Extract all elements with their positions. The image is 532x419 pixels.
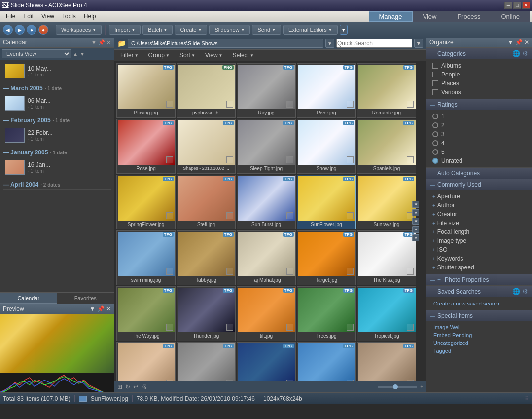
nav-forward-button[interactable]: ▶ [15, 25, 25, 35]
photo-shapes[interactable]: TPG Shapes - 2010.10.02 ... [177, 119, 236, 174]
special-embedpending-link[interactable]: Embed Pending [430, 331, 528, 339]
photo-tabby-select[interactable] [226, 268, 233, 275]
preview-close-button[interactable]: ✕ [106, 305, 111, 312]
categories-manage-button[interactable]: ⚙ [522, 50, 528, 57]
photo-rose[interactable]: TPG Rose.jpg [116, 119, 176, 174]
organize-menu-button[interactable]: ▼ [507, 39, 513, 46]
organize-close-button[interactable]: ✕ [524, 39, 529, 46]
photo-up-select[interactable] [347, 380, 354, 381]
aperture-expand[interactable]: + [432, 194, 435, 199]
ratings-header[interactable]: Ratings [426, 99, 532, 110]
org-focallength[interactable]: + Focal length [430, 228, 528, 236]
photo-rose-select[interactable] [166, 156, 173, 163]
photo-wedding1[interactable]: TPG Wedding 1.jpg [357, 342, 416, 381]
calendar-group-jan-header[interactable]: — January 2005 · 1 date [3, 148, 111, 157]
author-expand[interactable]: + [432, 203, 435, 208]
grid-star-arrow-3[interactable]: ★ [412, 218, 419, 225]
calendar-group-apr2004-header[interactable]: — April 2004 · 2 dates [3, 180, 111, 190]
keywords-expand[interactable]: + [432, 256, 435, 262]
special-imagewell-link[interactable]: Image Well [430, 323, 528, 331]
organize-pin-button[interactable]: 📌 [515, 39, 523, 46]
rating-2-radio[interactable] [432, 122, 438, 128]
people-checkbox[interactable] [432, 72, 438, 77]
menu-edit[interactable]: Edit [19, 12, 37, 21]
menu-help[interactable]: Help [80, 12, 100, 21]
workspaces-dropdown[interactable]: Workspaces [56, 25, 102, 35]
grid-print[interactable]: 🖨 [141, 383, 147, 390]
photo-target-select[interactable] [347, 268, 354, 275]
close-button[interactable]: ✕ [522, 2, 530, 9]
photo-thunder[interactable]: TPG Thunder.jpg [177, 286, 236, 341]
photo-playing-select[interactable] [166, 101, 173, 108]
photo-pspbrwse-select[interactable] [226, 101, 233, 108]
places-checkbox[interactable] [432, 80, 438, 86]
auto-categories-header[interactable]: Auto Categories [426, 168, 532, 179]
org-iso[interactable]: + ISO [430, 245, 528, 254]
imagetype-expand[interactable]: + [432, 238, 435, 244]
tab-process[interactable]: Process [447, 11, 491, 22]
rating-5-radio[interactable] [432, 149, 438, 155]
photo-twins[interactable]: TPG twins.jpg [116, 342, 176, 381]
rating-4-radio[interactable] [432, 140, 438, 146]
grid-nav-refresh[interactable]: ↻ [125, 383, 130, 390]
import-dropdown[interactable]: Import [109, 25, 141, 35]
photo-tajmahal[interactable]: TPG Taj Mahal.jpg [237, 230, 296, 285]
categories-header[interactable]: Categories 🌐 ⚙ [426, 48, 532, 59]
photo-thunder-select[interactable] [226, 324, 233, 331]
path-dropdown-button[interactable]: ▼ [325, 39, 334, 48]
menu-tools[interactable]: Tools [58, 12, 80, 21]
calendar-group-march-header[interactable]: — March 2005 · 1 date [3, 84, 111, 93]
calendar-item-may[interactable]: 10 May... · 1 item [3, 62, 111, 80]
saved-searches-header[interactable]: Saved Searches 🌐 ⚙ [426, 286, 532, 297]
saved-searches-manage-icon[interactable]: ⚙ [522, 288, 528, 295]
grid-star-arrow-1[interactable]: ★ [412, 201, 419, 208]
various-checkbox[interactable] [432, 89, 438, 95]
search-button[interactable]: ▼ [414, 39, 423, 48]
photo-pspbrwse[interactable]: PNG pspbrwse.jbf [177, 63, 236, 118]
photo-snow[interactable]: TPG Snow.jpg [297, 119, 356, 174]
path-input[interactable] [128, 39, 323, 48]
calendar-item-22feb[interactable]: 22 Febr... · 1 item [3, 126, 111, 144]
photo-sunburst[interactable]: TPG Sun Burst.jpg [237, 175, 296, 229]
tab-favorites[interactable]: Favorites [57, 293, 114, 304]
org-imagetype[interactable]: + Image type [430, 236, 528, 245]
grid-star-arrow-5[interactable]: ★ [412, 234, 419, 241]
org-rating-2[interactable]: 2 [430, 121, 528, 130]
preview-pin-button[interactable]: 📌 [97, 305, 105, 312]
tab-calendar[interactable]: Calendar [0, 293, 57, 304]
thumbnail-size-slider[interactable] [378, 386, 417, 388]
photo-sleeptight[interactable]: TPG Sleep Tight.jpg [237, 119, 296, 174]
sort-button[interactable]: Sort [177, 51, 198, 59]
photo-tropical[interactable]: TPG Tropical.jpg [357, 286, 416, 341]
create-dropdown[interactable]: Create [175, 25, 207, 35]
view-button[interactable]: View [202, 51, 226, 59]
more-options-button[interactable]: ▼ [340, 25, 348, 35]
creator-expand[interactable]: + [432, 212, 435, 217]
nav-up-button[interactable]: ● [27, 25, 36, 35]
photo-thekiss-select[interactable] [407, 268, 414, 275]
org-keywords[interactable]: + Keywords [430, 254, 528, 263]
photo-sunburst-select[interactable] [286, 212, 293, 219]
photo-swimming-select[interactable] [166, 268, 173, 275]
tab-online[interactable]: Online [491, 11, 530, 22]
events-view-select[interactable]: Events View [2, 49, 71, 58]
calendar-group-feb-header[interactable]: — February 2005 · 1 date [3, 116, 111, 125]
calendar-nav-down[interactable]: ▼ [80, 51, 85, 57]
commonly-used-header[interactable]: Commonly Used [426, 179, 532, 190]
org-shutterspeed[interactable]: + Shutter speed [430, 263, 528, 272]
photo-playing[interactable]: TPG Playing.jpg [116, 63, 176, 118]
rating-1-radio[interactable] [432, 114, 438, 119]
iso-expand[interactable]: + [432, 247, 435, 253]
rating-3-radio[interactable] [432, 131, 438, 137]
photo-trees[interactable]: TPG Trees.jpg [297, 286, 356, 341]
filesize-expand[interactable]: + [432, 221, 435, 226]
photo-trees-select[interactable] [347, 324, 354, 331]
photo-underwater[interactable]: TPG Underwater.jpg [237, 342, 296, 381]
calendar-item-06mar[interactable]: 06 Mar... · 1 item [3, 94, 111, 112]
photo-stefi-select[interactable] [226, 212, 233, 219]
tab-view[interactable]: View [413, 11, 447, 22]
slideshow-dropdown[interactable]: Slideshow [209, 25, 250, 35]
focallength-expand[interactable]: + [432, 229, 435, 235]
photo-springflower[interactable]: TPG SpringFlower.jpg [116, 175, 176, 229]
photo-wedding1-select[interactable] [407, 380, 414, 381]
